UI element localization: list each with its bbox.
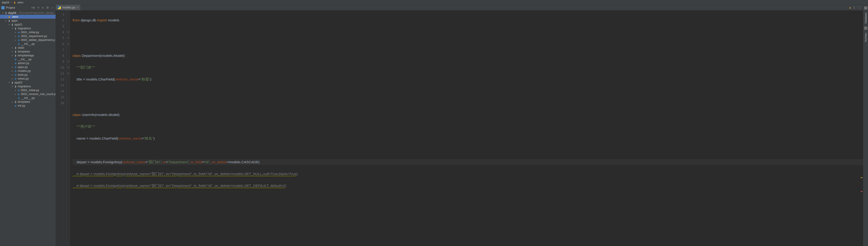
chevron-icon[interactable]: ▸: [14, 35, 17, 37]
fold-gutter[interactable]: ⊟⊟⊟⊟⊟⊟: [67, 10, 70, 246]
tree-item[interactable]: ▸◆views.py: [0, 77, 56, 80]
fold-marker[interactable]: [67, 76, 70, 82]
line-number[interactable]: 16: [56, 100, 66, 106]
tree-item[interactable]: ▸▮templates: [0, 49, 56, 54]
gear-icon[interactable]: ⚙: [46, 6, 49, 9]
editor-inspections[interactable]: ▲ 2 ˄ ˅: [849, 6, 861, 9]
chevron-icon[interactable]: ▸: [11, 66, 14, 68]
tree-item[interactable]: ▸◆tests.py: [0, 73, 56, 77]
tree-item[interactable]: ▸◆0002_remove_role_count.p: [0, 92, 56, 96]
chevron-icon[interactable]: ▾: [11, 85, 14, 87]
error-stripe[interactable]: [861, 17, 863, 246]
tree-root[interactable]: ▾ ▮ day04 ~/PycharmProjects/5x_django_: [0, 11, 56, 15]
fold-marker[interactable]: ⊟: [67, 41, 70, 47]
next-highlight-icon[interactable]: ˅: [860, 6, 861, 9]
tree-item[interactable]: ▸◆__init__.py: [0, 96, 56, 100]
line-number[interactable]: 9: [56, 59, 66, 65]
line-number[interactable]: 15: [56, 94, 66, 100]
fold-marker[interactable]: [67, 82, 70, 88]
line-number[interactable]: 4: [56, 29, 66, 35]
chevron-down-icon[interactable]: ▾: [1, 12, 4, 14]
chevron-icon[interactable]: ▸: [5, 16, 7, 18]
tree-item[interactable]: ▸◆models.py: [0, 69, 56, 73]
line-number[interactable]: 6: [56, 41, 66, 47]
line-number[interactable]: 14: [56, 88, 66, 94]
database-toolwindow[interactable]: Database: [864, 13, 867, 24]
tree-item[interactable]: ▾▮app01: [0, 23, 56, 26]
tree-item[interactable]: ▸▮templatetags: [0, 54, 56, 57]
fold-marker[interactable]: ⊟: [67, 65, 70, 70]
chevron-icon[interactable]: ▾: [11, 27, 14, 30]
editor-tab[interactable]: models.py ✕: [56, 5, 81, 10]
line-number[interactable]: 13: [56, 82, 66, 88]
tree-item[interactable]: ▸◆init py: [0, 104, 56, 108]
tree-item[interactable]: ▾▮migrations: [0, 84, 56, 88]
breadcrumb-venv[interactable]: .venv: [16, 1, 24, 4]
tree-item-label: templates: [18, 100, 30, 103]
chevron-icon[interactable]: ▸: [11, 77, 14, 80]
tree-item[interactable]: ▸◆__init__.py: [0, 57, 56, 61]
chevron-icon[interactable]: ▸: [11, 46, 14, 49]
chevron-icon[interactable]: ▸: [11, 101, 14, 103]
chevron-icon[interactable]: ▾: [8, 24, 10, 26]
line-number[interactable]: 12: [56, 76, 66, 82]
tree-item[interactable]: ▾▮apps: [0, 19, 56, 23]
fold-marker[interactable]: [67, 17, 70, 23]
chevron-icon[interactable]: ▸: [14, 39, 17, 41]
fold-marker[interactable]: ⊟: [67, 70, 70, 76]
fold-marker[interactable]: [67, 88, 70, 94]
line-number-gutter[interactable]: 12345678910111213141516: [56, 10, 67, 246]
line-number[interactable]: 10: [56, 65, 66, 70]
chevron-icon[interactable]: ▸: [11, 70, 14, 72]
project-tree[interactable]: ▾ ▮ day04 ~/PycharmProjects/5x_django_ ▸…: [0, 10, 56, 246]
chevron-icon[interactable]: ▸: [11, 74, 14, 76]
line-number[interactable]: 3: [56, 23, 66, 29]
code-area[interactable]: from django.db import models class Depar…: [70, 10, 863, 246]
chevron-icon[interactable]: ▾: [5, 20, 7, 22]
fold-marker[interactable]: [67, 94, 70, 100]
line-number[interactable]: 2: [56, 17, 66, 23]
tree-item[interactable]: ▸◆0001_initial.py: [0, 30, 56, 34]
tree-item[interactable]: ▸◆admin.py: [0, 61, 56, 65]
fold-marker[interactable]: ⊟: [67, 59, 70, 65]
fold-marker[interactable]: [67, 47, 70, 53]
chevron-icon[interactable]: ▸: [11, 50, 14, 53]
fold-marker[interactable]: ⊟: [67, 35, 70, 41]
tree-item[interactable]: ▸◆0003_delete_department.p: [0, 38, 56, 42]
line-number[interactable]: 5: [56, 35, 66, 41]
chevron-icon[interactable]: ▸: [14, 31, 17, 33]
fold-marker[interactable]: [67, 53, 70, 59]
hide-icon[interactable]: —: [51, 6, 54, 9]
chevron-icon[interactable]: ▸: [14, 93, 17, 95]
line-number[interactable]: 8: [56, 53, 66, 59]
tree-item[interactable]: ▸◆apps.py: [0, 65, 56, 69]
line-number[interactable]: 7: [56, 47, 66, 53]
tree-item[interactable]: ▸◆0002_department.py: [0, 34, 56, 38]
tree-item[interactable]: ▾▮migrations: [0, 26, 56, 30]
collapse-icon[interactable]: ≑: [41, 6, 44, 9]
fold-marker[interactable]: ⊟: [67, 29, 70, 35]
fold-marker[interactable]: [67, 11, 70, 17]
sciview-toolwindow[interactable]: SciView: [864, 33, 867, 42]
line-number[interactable]: 1: [56, 11, 66, 17]
tree-item[interactable]: ▸◆0001_initial.py: [0, 88, 56, 92]
chevron-icon[interactable]: ▸: [14, 89, 17, 92]
breadcrumb-root[interactable]: day04: [1, 1, 10, 4]
line-number[interactable]: 11: [56, 70, 66, 76]
tree-item[interactable]: ▸▮static: [0, 46, 56, 49]
prev-highlight-icon[interactable]: ˄: [857, 6, 858, 9]
tree-item[interactable]: ▸◆__init__.py: [0, 42, 56, 46]
chevron-icon[interactable]: ▸: [11, 54, 14, 57]
fold-marker[interactable]: [67, 23, 70, 29]
sciview-icon[interactable]: [864, 27, 867, 30]
sidebar-title[interactable]: Project: [6, 6, 31, 9]
chevron-icon[interactable]: ▾: [8, 81, 10, 84]
close-icon[interactable]: ✕: [76, 6, 79, 9]
locate-icon[interactable]: ⊕: [33, 6, 35, 9]
expand-icon[interactable]: ≡: [37, 6, 39, 9]
database-icon[interactable]: [864, 6, 867, 9]
tree-item[interactable]: ▾▮app02: [0, 80, 56, 84]
tree-item[interactable]: ▸▮templates: [0, 100, 56, 104]
fold-marker[interactable]: [67, 100, 70, 106]
tree-item[interactable]: ▸▮.venv: [0, 15, 56, 19]
